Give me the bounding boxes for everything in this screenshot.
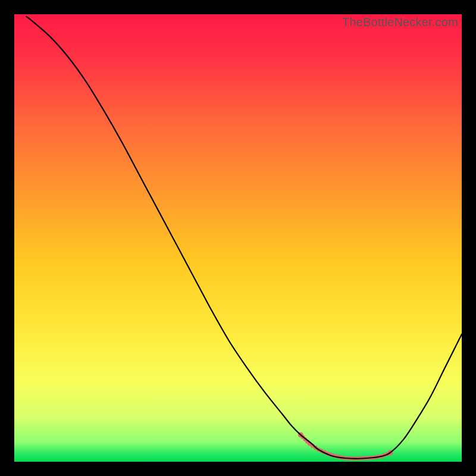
chart-frame: TheBottleNecker.com	[14, 14, 462, 462]
watermark-text: TheBottleNecker.com	[342, 15, 458, 29]
bottleneck-chart	[14, 14, 462, 462]
gradient-background	[14, 14, 462, 462]
